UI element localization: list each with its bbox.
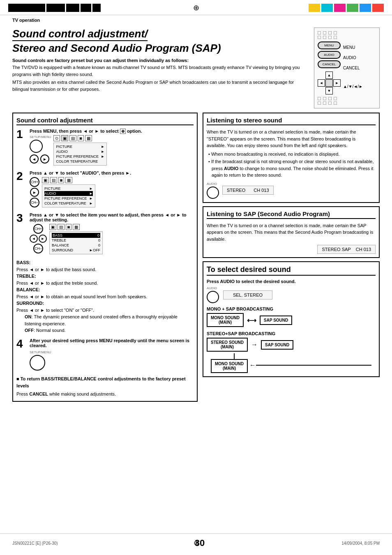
desired-sound-header: To select desired sound xyxy=(207,265,376,276)
mono-sap-header: MONO + SAP BROADCASTING xyxy=(207,306,376,311)
color-bar-yellow xyxy=(309,4,320,12)
step3-menu-icons: ▣ ▤ ◙ ▦ xyxy=(49,224,103,230)
step1-right-button[interactable]: ► xyxy=(40,154,49,164)
step1-menu-icons: ⊙ ▣ ▤ ◙ ▦ xyxy=(53,135,107,141)
step2-text: Press ▲ or ▼ to select "AUDIO", then pre… xyxy=(30,170,194,175)
stereo-bullet1: • When mono broadcasting is received, no… xyxy=(207,151,376,158)
desired-audio-button[interactable] xyxy=(207,291,219,303)
step3-up-button[interactable]: CH+ xyxy=(33,224,43,234)
step1-setup-menu-label: SETUP/MENU xyxy=(30,135,51,139)
header-black-bar-5 xyxy=(92,4,101,12)
stereo-para1: When the TV is turned on or a channel se… xyxy=(207,129,376,149)
step3-right-button[interactable]: ► xyxy=(39,235,47,243)
mono-sound-box-2: MONO SOUND (MAIN) xyxy=(211,359,248,373)
step2-right-button[interactable]: ► xyxy=(30,188,39,197)
stereo-sap-header: STEREO+SAP BROADCASTING xyxy=(207,331,376,336)
intro-bold: Sound controls are factory preset but yo… xyxy=(12,58,307,63)
step4-menu-button[interactable] xyxy=(30,355,45,371)
step2-menu-item-audio: AUDIO xyxy=(44,191,56,196)
footer-left: JSN00221C [E] (P26-30) xyxy=(12,541,58,546)
desired-sound-section: To select desired sound Press AUDIO to s… xyxy=(203,261,380,377)
remote-arrows-label: ▲/▼/◄/► xyxy=(343,81,363,92)
step3-surround-label: SURROUND xyxy=(52,248,73,252)
desired-sound-para: Press AUDIO to select the desired sound. xyxy=(207,279,376,284)
header-black-bar-2 xyxy=(46,4,65,12)
step3-number: 3 xyxy=(16,212,26,224)
footer-right: 14/09/2004, 8:05 PM xyxy=(341,541,380,546)
header-black-bar-4 xyxy=(81,4,91,12)
stereo-sound-box: STEREO SOUND (MAIN) xyxy=(207,338,248,352)
step3-left-button[interactable]: ◄ xyxy=(30,235,38,243)
remote-menu-label: MENU xyxy=(343,42,363,53)
sap-sound-box-1: SAP SOUND xyxy=(260,315,292,325)
step1-menu-item-audio: AUDIO xyxy=(56,150,68,154)
sap-section-header: Listening to SAP (Second Audio Program) xyxy=(207,210,376,219)
sap-sound-box-2: SAP SOUND xyxy=(261,340,293,350)
mono-sap-arrow: ⟷ xyxy=(247,316,256,324)
step1-menu-item-picture-pref: PICTURE PREFERENCE xyxy=(56,154,99,159)
sap-section: Listening to SAP (Second Audio Program) … xyxy=(203,206,380,258)
step2-number: 2 xyxy=(16,170,26,182)
step4-number: 4 xyxy=(16,338,26,350)
remote-audio-label: AUDIO xyxy=(343,53,363,63)
desired-sel-stereo-display: SEL. STEREO xyxy=(223,290,272,299)
step2-down-button[interactable]: CH– xyxy=(30,198,39,207)
step2-menu-item-picture: PICTURE xyxy=(44,187,61,191)
stereo-section: Listening to stereo sound When the TV is… xyxy=(203,113,380,203)
color-bar-cyan xyxy=(321,4,333,12)
step3-treble-label: TREBLE xyxy=(52,238,66,242)
color-bar-blue xyxy=(360,4,371,12)
remote-diagram: MENU AUDIO CANCEL ▲ ◄ xyxy=(314,28,380,108)
notes-section: BASS: Press ◄ or ► to adjust the bass so… xyxy=(16,259,194,334)
stereo-section-header: Listening to stereo sound xyxy=(207,117,376,125)
color-bar-green xyxy=(347,4,358,12)
step3-text: Press ▲ or ▼ to select the item you want… xyxy=(30,212,194,222)
step1-left-button[interactable]: ◄ xyxy=(30,154,39,164)
stereo-display: STEREO CH 013 xyxy=(222,186,274,195)
stereo-audio-button[interactable] xyxy=(207,187,219,199)
mono-sound-box: MONO SOUND (MAIN) xyxy=(207,313,244,327)
header-black-bar-3 xyxy=(66,4,79,12)
page-title-line2: Stereo and Second Audio Program (SAP) xyxy=(12,42,307,55)
step3-bass-label: BASS xyxy=(53,233,62,237)
step2-menu-icons: ▣ ▤ ◙ ▦ xyxy=(42,177,95,183)
header-crosshair-icon: ⊕ xyxy=(188,3,204,12)
step3-down-button[interactable]: CH– xyxy=(33,244,43,253)
step2-up-button[interactable]: CH+ xyxy=(30,177,39,187)
step3-balance-label: BALANCE xyxy=(52,243,69,247)
page-title-line1: Sound control adjustment/ xyxy=(12,28,148,41)
step2-menu-item-color-temp: COLOR TEMPERATURE xyxy=(44,201,86,205)
color-bar-magenta xyxy=(334,4,346,12)
header-black-bar-1 xyxy=(8,4,45,12)
left-section-header: Sound control adjustment xyxy=(16,117,194,125)
stereo-bullet2: • If the broadcast signal is not strong … xyxy=(207,158,376,179)
intro-para2: MTS also provides an extra channel calle… xyxy=(12,79,307,92)
return-section: ■ To return BASS/TREBLE/BALANCE control … xyxy=(16,375,194,398)
step2-menu-item-picture-pref: PICTURE PREFERENCE xyxy=(44,196,87,200)
intro-para1: The TV/DVD is equipped with a feature kn… xyxy=(12,64,307,78)
color-bar-red xyxy=(372,4,384,12)
sap-display: STEREO SAP CH 013 xyxy=(317,245,376,254)
stereo-audio-label: AUDIO xyxy=(207,182,219,186)
sap-para: When the TV is turned on or a channel se… xyxy=(207,222,376,243)
step1-menu-button[interactable] xyxy=(30,140,43,153)
remote-cancel-label: CANCEL xyxy=(343,63,363,73)
section-label: TV operation xyxy=(0,15,392,23)
stereo-sap-arrow-left: ← xyxy=(249,362,256,369)
step4-text: After your desired setting press MENU re… xyxy=(30,338,194,348)
step1-menu-item-color-temp: COLOR TEMPERATURE xyxy=(56,159,98,164)
step1-menu-item-picture: PICTURE xyxy=(56,145,72,149)
step4-setup-menu-label: SETUP/MENU xyxy=(30,350,194,354)
stereo-sap-arrow-right: → xyxy=(251,341,258,348)
bottom-crosshair-icon: ⊕ xyxy=(194,539,199,547)
step1-number: 1 xyxy=(16,129,26,140)
step1-text: Press MENU, then press ◄ or ► to select … xyxy=(30,129,194,134)
desired-audio-label: AUDIO xyxy=(207,286,219,290)
